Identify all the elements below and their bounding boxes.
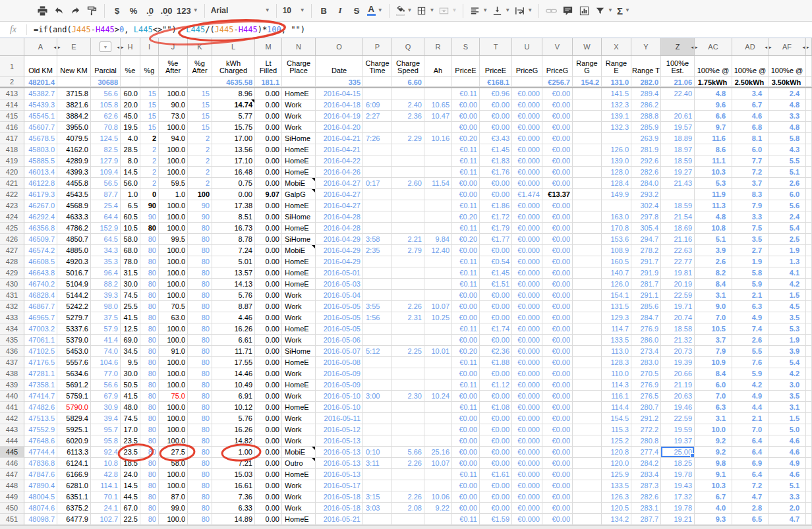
cell-Q443[interactable]: [392, 424, 424, 435]
cell-H445[interactable]: 23.5: [121, 447, 140, 458]
cell-M434[interactable]: 0.00: [255, 323, 282, 335]
cell-L431[interactable]: 5.76: [212, 290, 255, 301]
cell-O439[interactable]: 2016-05-09: [316, 379, 363, 391]
cell-E428[interactable]: 4920.3: [57, 256, 91, 267]
cell-AC438[interactable]: 8.4: [695, 368, 732, 379]
cell-X443[interactable]: 115.3: [602, 424, 631, 435]
cell-T440[interactable]: €0.00: [480, 391, 512, 402]
cell-pad425[interactable]: [806, 223, 812, 234]
cell-X425[interactable]: 170.8: [602, 223, 631, 234]
cell-E426[interactable]: 4850.7: [57, 234, 91, 245]
cell-V417[interactable]: €0.00: [542, 133, 573, 144]
cell-H451[interactable]: 22.5: [121, 514, 140, 525]
cell-M419[interactable]: 0.00: [255, 155, 282, 167]
cell-E431[interactable]: 5144.2: [57, 290, 91, 301]
cell-AD448[interactable]: 7.2: [732, 480, 768, 491]
cell-AF435[interactable]: 1.9: [768, 335, 806, 346]
cell-Q440[interactable]: 2.30: [392, 391, 424, 402]
cell-K425[interactable]: 80: [188, 223, 212, 234]
cell-O423[interactable]: 2016-04-27: [316, 200, 363, 211]
cell-W445[interactable]: [573, 447, 602, 458]
cell-M444[interactable]: 0.00: [255, 435, 282, 447]
cell-E449[interactable]: 6351.1: [57, 491, 91, 503]
cell-W449[interactable]: [573, 491, 602, 503]
cell-J422[interactable]: 1.0: [159, 189, 188, 200]
cell-H450[interactable]: 67.0: [121, 503, 140, 514]
cell-F440[interactable]: 67.9: [91, 391, 121, 402]
cell-pad418[interactable]: [806, 144, 812, 155]
cell-M441[interactable]: 0.00: [255, 402, 282, 413]
cell-E432[interactable]: 5242.2: [57, 301, 91, 312]
number-format-button[interactable]: 123▼: [175, 3, 200, 18]
cell-U442[interactable]: €0.000: [512, 413, 542, 424]
cell-pad438[interactable]: [806, 368, 812, 379]
cell-AD426[interactable]: 3.5: [732, 234, 768, 245]
cell-E430[interactable]: 5104.9: [57, 279, 91, 290]
cell-E417[interactable]: 4079.5: [57, 133, 91, 144]
cell-F437[interactable]: 104.6: [91, 357, 121, 368]
cell-AC419[interactable]: 11.1: [695, 155, 732, 167]
cell-V422[interactable]: €13.37: [542, 189, 573, 200]
cell-K436[interactable]: 80: [188, 346, 212, 357]
cell-A449[interactable]: 48004.5: [24, 491, 57, 503]
cell-AF445[interactable]: 4.6: [768, 447, 806, 458]
cell-J436[interactable]: 91.0: [159, 346, 188, 357]
cell-pad439[interactable]: [806, 379, 812, 391]
cell-X429[interactable]: 140.7: [602, 267, 631, 279]
cell-X442[interactable]: 154.5: [602, 413, 631, 424]
cell-K423[interactable]: 90: [188, 200, 212, 211]
cell-I447[interactable]: 80: [140, 469, 159, 480]
cell-S438[interactable]: €0.00: [452, 368, 480, 379]
cell-Y450[interactable]: 283.1: [631, 503, 661, 514]
cell-H414[interactable]: 20.0: [121, 99, 140, 111]
cell-O430[interactable]: 2016-05-03: [316, 279, 363, 290]
cell-AD440[interactable]: 4.9: [732, 391, 768, 402]
cell-P440[interactable]: 3:00: [363, 391, 392, 402]
row-header-415[interactable]: 415: [0, 111, 24, 122]
cell-AC425[interactable]: 10.8: [695, 223, 732, 234]
cell-J427[interactable]: 100.0: [159, 245, 188, 256]
row-header-431[interactable]: 431: [0, 290, 24, 301]
cell-A421[interactable]: 46122.8: [24, 178, 57, 189]
cell-X448[interactable]: 133.5: [602, 480, 631, 491]
insert-chart-button[interactable]: [576, 3, 593, 18]
cell-Y414[interactable]: 286.2: [631, 99, 661, 111]
cell-Q433[interactable]: 2.31: [392, 312, 424, 323]
cell-U439[interactable]: €0.000: [512, 379, 542, 391]
cell-O440[interactable]: 2016-05-10: [316, 391, 363, 402]
cell-AD415[interactable]: 4.6: [732, 111, 768, 122]
cell-K445[interactable]: 80: [188, 447, 212, 458]
cell-Q2[interactable]: 6.60: [392, 77, 424, 87]
cell-N450[interactable]: Work: [282, 503, 316, 514]
cell-O442[interactable]: 2016-05-11: [316, 413, 363, 424]
col-header-L[interactable]: L: [212, 38, 255, 55]
cell-W442[interactable]: [573, 413, 602, 424]
col-header-O[interactable]: O: [316, 38, 363, 55]
text-color-button[interactable]: A ▼: [365, 3, 385, 18]
cell-O450[interactable]: 2016-05-18: [316, 503, 363, 514]
cell-T418[interactable]: €1.45: [480, 144, 512, 155]
cell-O1[interactable]: Date: [316, 56, 363, 77]
row-header-419[interactable]: 419: [0, 155, 24, 167]
cell-A427[interactable]: 46574.2: [24, 245, 57, 256]
row-header-418[interactable]: 418: [0, 144, 24, 155]
cell-H426[interactable]: 58.0: [121, 234, 140, 245]
row-header-449[interactable]: 449: [0, 491, 24, 503]
cell-K428[interactable]: 80: [188, 256, 212, 267]
cell-pad440[interactable]: [806, 391, 812, 402]
cell-F451[interactable]: 102.7: [91, 514, 121, 525]
cell-Z433[interactable]: 20.74: [661, 312, 695, 323]
row-header-426[interactable]: 426: [0, 234, 24, 245]
cell-pad2[interactable]: [806, 77, 812, 87]
cell-Z423[interactable]: 18.59: [661, 200, 695, 211]
cell-M445[interactable]: 0.00: [255, 447, 282, 458]
cell-A1[interactable]: Old KM: [24, 56, 57, 77]
cell-A442[interactable]: 47513.5: [24, 413, 57, 424]
cell-O427[interactable]: 2016-04-29: [316, 245, 363, 256]
col-header-K[interactable]: K: [188, 38, 212, 55]
cell-AF432[interactable]: 4.5: [768, 301, 806, 312]
cell-L421[interactable]: 0.75: [212, 178, 255, 189]
cell-R415[interactable]: 10.47: [424, 111, 452, 122]
cell-M429[interactable]: 0.00: [255, 267, 282, 279]
cell-P435[interactable]: [363, 335, 392, 346]
